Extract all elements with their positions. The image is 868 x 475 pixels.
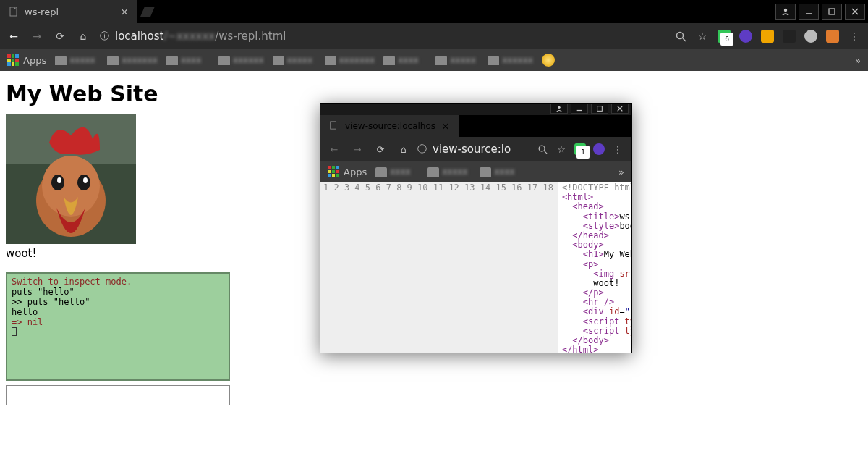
- popup-titlebar: [320, 104, 631, 115]
- popup-apps-button[interactable]: Apps: [328, 166, 367, 177]
- folder-icon: [488, 56, 499, 65]
- popup-profile-button[interactable]: [550, 104, 568, 114]
- folder-icon: [55, 56, 67, 65]
- menu-icon[interactable]: ⋮: [848, 30, 861, 43]
- maximize-button[interactable]: [822, 4, 842, 20]
- bookmark-folder[interactable]: xxxxx: [273, 55, 316, 65]
- star-icon[interactable]: ☆: [555, 143, 568, 156]
- popup-maximize-button[interactable]: [591, 104, 608, 114]
- back-button[interactable]: ←: [7, 30, 20, 42]
- svg-point-1: [784, 9, 787, 12]
- search-icon[interactable]: [536, 143, 549, 156]
- page-image: [6, 114, 136, 244]
- site-info-icon[interactable]: ⓘ: [417, 143, 427, 156]
- popup-reload-button[interactable]: ⟳: [374, 144, 387, 155]
- popup-address-bar: ← → ⟳ ⌂ ⓘ view-source:lo ☆ 1 ⋮: [320, 137, 631, 161]
- close-window-button[interactable]: [845, 4, 865, 20]
- bookmark-folder[interactable]: xxxx: [383, 55, 427, 65]
- popup-tab-title: view-source:localhos: [345, 121, 435, 131]
- popup-back-button[interactable]: ←: [328, 144, 341, 155]
- new-tab-button[interactable]: [137, 0, 158, 23]
- popup-home-button[interactable]: ⌂: [397, 144, 410, 155]
- popup-minimize-button[interactable]: [571, 104, 588, 114]
- bookmark-folder[interactable]: xxxx: [375, 167, 419, 177]
- extension-6-icon[interactable]: [826, 30, 839, 43]
- svg-point-6: [677, 33, 684, 39]
- svg-rect-3: [829, 9, 835, 14]
- extension-2-icon[interactable]: [739, 30, 752, 43]
- browser-tab[interactable]: ws-repl ×: [0, 0, 137, 23]
- tab-close-icon[interactable]: ×: [120, 6, 129, 17]
- bookmark-folder[interactable]: xxxxx: [55, 55, 98, 65]
- page-favicon-icon: [329, 121, 339, 131]
- extension-3-icon[interactable]: [761, 30, 774, 43]
- apps-button[interactable]: Apps: [7, 54, 46, 66]
- tab-title: ws-repl: [25, 7, 59, 17]
- site-info-icon[interactable]: ⓘ: [100, 30, 109, 43]
- popup-bookmarks-bar: Apps xxxx xxxxx xxxx »: [320, 161, 631, 182]
- popup-forward-button[interactable]: →: [351, 144, 364, 155]
- folder-icon: [435, 56, 447, 65]
- repl-console[interactable]: Switch to inspect mode.puts "hello">> pu…: [6, 272, 230, 381]
- bookmarks-overflow-icon[interactable]: »: [855, 55, 861, 66]
- omnibox[interactable]: ⓘ localhost/~xxxxxx/ws-repl.html: [100, 30, 664, 43]
- address-bar: ← → ⟳ ⌂ ⓘ localhost/~xxxxxx/ws-repl.html…: [0, 23, 868, 49]
- bookmark-folder[interactable]: xxxxxxx: [325, 55, 375, 65]
- popup-tab[interactable]: view-source:localhos ×: [320, 115, 459, 137]
- window-controls: [773, 0, 868, 23]
- folder-icon: [383, 56, 395, 65]
- popup-extension-1-icon[interactable]: 1: [574, 143, 587, 156]
- minimize-button[interactable]: [799, 4, 819, 20]
- extension-1-icon[interactable]: 6: [718, 30, 731, 43]
- bookmark-folder[interactable]: xxxxx: [435, 55, 479, 65]
- svg-point-15: [83, 177, 88, 183]
- svg-point-16: [558, 106, 560, 109]
- star-icon[interactable]: ☆: [696, 30, 709, 43]
- popup-tab-close-icon[interactable]: ×: [441, 120, 450, 132]
- search-icon[interactable]: [674, 30, 687, 43]
- forward-button[interactable]: →: [30, 30, 43, 42]
- source-pane[interactable]: 1 2 3 4 5 6 7 8 9 10 11 12 13 14 15 16 1…: [320, 182, 631, 353]
- apps-label: Apps: [23, 55, 46, 66]
- home-button[interactable]: ⌂: [77, 30, 90, 42]
- popup-url-text: view-source:lo: [433, 143, 511, 156]
- repl-input[interactable]: [6, 385, 230, 405]
- folder-icon: [166, 56, 178, 65]
- popup-close-button[interactable]: [611, 104, 629, 114]
- bookmark-folder[interactable]: xxxxxx: [488, 55, 533, 65]
- bookmark-folder[interactable]: xxxxxxx: [107, 55, 158, 65]
- folder-icon: [273, 56, 284, 65]
- apps-grid-icon: [7, 54, 19, 66]
- svg-point-13: [77, 175, 90, 190]
- folder-icon: [218, 56, 230, 65]
- folder-icon: [480, 167, 491, 177]
- url-text: localhost/~xxxxxx/ws-repl.html: [115, 30, 286, 43]
- bookmark-folder[interactable]: xxxxxx: [218, 55, 264, 65]
- svg-point-12: [51, 175, 64, 190]
- bookmark-folder[interactable]: xxxx: [166, 55, 210, 65]
- popup-extension-2-icon[interactable]: [592, 143, 605, 156]
- popup-menu-icon[interactable]: ⋮: [611, 143, 624, 156]
- main-titlebar: ws-repl ×: [0, 0, 868, 23]
- extension-5-icon[interactable]: [804, 30, 817, 43]
- bookmarks-bar: Apps xxxxx xxxxxxx xxxx xxxxxx xxxxx xxx…: [0, 49, 868, 71]
- popup-tabstrip: view-source:localhos ×: [320, 115, 631, 137]
- bookmark-folder[interactable]: xxxx: [480, 167, 523, 177]
- profile-button[interactable]: [775, 4, 796, 20]
- lightbulb-icon: [542, 54, 555, 67]
- folder-icon: [107, 56, 119, 65]
- popup-toolbar-right: ☆ 1 ⋮: [536, 143, 624, 156]
- source-code: <!DOCTYPE html> <html> <head> <title>ws-…: [558, 182, 631, 353]
- line-numbers: 1 2 3 4 5 6 7 8 9 10 11 12 13 14 15 16 1…: [320, 182, 558, 353]
- extension-4-icon[interactable]: [783, 30, 796, 43]
- reload-button[interactable]: ⟳: [54, 30, 67, 42]
- bookmark-folder[interactable]: xxxxx: [427, 167, 471, 177]
- svg-line-23: [545, 151, 548, 154]
- folder-icon: [427, 167, 439, 177]
- bookmark-item[interactable]: [542, 54, 555, 67]
- bookmarks-overflow-icon[interactable]: »: [618, 167, 624, 177]
- apps-grid-icon: [328, 166, 339, 177]
- svg-line-7: [683, 38, 686, 41]
- toolbar-right: ☆ 6 ⋮: [674, 30, 861, 43]
- popup-omnibox[interactable]: ⓘ view-source:lo: [417, 143, 529, 156]
